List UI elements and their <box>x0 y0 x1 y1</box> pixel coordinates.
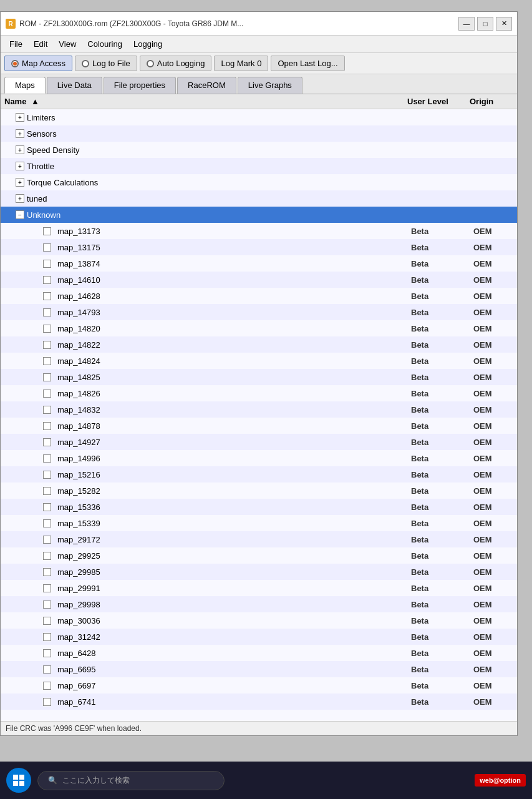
map-row[interactable]: map_14610 Beta OEM <box>1 272 517 288</box>
map-checkbox[interactable] <box>43 454 51 463</box>
map-checkbox[interactable] <box>43 584 51 592</box>
auto-logging-button[interactable]: Auto Logging <box>140 56 212 71</box>
map-checkbox[interactable] <box>43 438 51 446</box>
map-row[interactable]: map_6697 Beta OEM <box>1 677 517 694</box>
map-row[interactable]: map_6428 Beta OEM <box>1 645 517 661</box>
map-checkbox[interactable] <box>43 471 51 479</box>
tab-racerom[interactable]: RaceROM <box>177 77 236 94</box>
map-checkbox[interactable] <box>43 487 51 495</box>
map-checkbox[interactable] <box>43 357 51 365</box>
map-row[interactable]: map_31242 Beta OEM <box>1 629 517 645</box>
map-row[interactable]: map_14826 Beta OEM <box>1 385 517 401</box>
expand-torque-icon[interactable]: + <box>16 178 24 187</box>
map-checkbox[interactable] <box>43 276 51 284</box>
map-checkbox[interactable] <box>43 406 51 414</box>
tab-file-properties[interactable]: File properties <box>104 77 176 94</box>
map-row[interactable]: map_13173 Beta OEM <box>1 223 517 239</box>
start-button[interactable] <box>6 768 31 793</box>
maximize-button[interactable]: □ <box>477 17 493 31</box>
map-row[interactable]: map_29998 Beta OEM <box>1 596 517 612</box>
log-mark-button[interactable]: Log Mark 0 <box>214 56 268 71</box>
tree-node-speed-density[interactable]: + Speed Density <box>1 142 517 158</box>
map-row[interactable]: map_6695 Beta OEM <box>1 661 517 677</box>
map-checkbox[interactable] <box>43 682 51 690</box>
map-checkbox[interactable] <box>43 536 51 544</box>
menu-view[interactable]: View <box>54 37 81 51</box>
expand-throttle-icon[interactable]: + <box>16 162 24 170</box>
map-checkbox[interactable] <box>43 568 51 576</box>
expand-unknown-icon[interactable]: − <box>16 210 24 219</box>
map-row[interactable]: map_15336 Beta OEM <box>1 499 517 515</box>
minimize-button[interactable]: — <box>458 17 475 31</box>
map-checkbox[interactable] <box>43 390 51 398</box>
map-row[interactable]: map_29985 Beta OEM <box>1 564 517 580</box>
map-access-button[interactable]: Map Access <box>4 56 72 71</box>
map-checkbox[interactable] <box>43 665 51 674</box>
map-row[interactable]: map_29172 Beta OEM <box>1 531 517 547</box>
open-last-log-button[interactable]: Open Last Log... <box>271 56 344 71</box>
map-row[interactable]: map_29991 Beta OEM <box>1 580 517 596</box>
map-row[interactable]: map_14825 Beta OEM <box>1 369 517 385</box>
map-checkbox[interactable] <box>43 227 51 235</box>
app-icon: R <box>6 19 16 29</box>
map-row[interactable]: map_15339 Beta OEM <box>1 515 517 531</box>
map-row[interactable]: map_15216 Beta OEM <box>1 466 517 483</box>
tree-node-sensors[interactable]: + Sensors <box>1 125 517 142</box>
map-checkbox[interactable] <box>43 325 51 333</box>
map-checkbox[interactable] <box>43 649 51 657</box>
map-checkbox[interactable] <box>43 617 51 625</box>
map-row[interactable]: map_14927 Beta OEM <box>1 434 517 450</box>
map-row[interactable]: map_6741 Beta OEM <box>1 694 517 710</box>
map-checkbox[interactable] <box>43 341 51 349</box>
log-to-file-button[interactable]: Log to File <box>75 56 137 71</box>
map-access-label: Map Access <box>22 59 65 68</box>
expand-speed-density-icon[interactable]: + <box>16 145 24 154</box>
tree-node-limiters[interactable]: + Limiters <box>1 109 517 125</box>
map-checkbox[interactable] <box>43 260 51 268</box>
map-checkbox[interactable] <box>43 308 51 316</box>
map-row[interactable]: map_29925 Beta OEM <box>1 547 517 564</box>
menu-logging[interactable]: Logging <box>128 37 167 51</box>
map-checkbox[interactable] <box>43 519 51 527</box>
map-row[interactable]: map_15282 Beta OEM <box>1 483 517 499</box>
tab-maps[interactable]: Maps <box>4 77 46 94</box>
expand-sensors-icon[interactable]: + <box>16 129 24 138</box>
map-row[interactable]: map_13874 Beta OEM <box>1 255 517 272</box>
tree-body[interactable]: + Limiters + Sensors + Speed Density + <box>1 109 517 721</box>
log-to-file-label: Log to File <box>92 59 130 68</box>
tree-node-tuned[interactable]: + tuned <box>1 190 517 207</box>
map-row[interactable]: map_14824 Beta OEM <box>1 353 517 369</box>
map-checkbox[interactable] <box>43 243 51 252</box>
map-row[interactable]: map_14822 Beta OEM <box>1 336 517 353</box>
map-row[interactable]: map_13175 Beta OEM <box>1 239 517 255</box>
tab-live-graphs[interactable]: Live Graphs <box>238 77 302 94</box>
map-checkbox[interactable] <box>43 633 51 641</box>
tree-node-unknown[interactable]: − Unknown <box>1 207 517 223</box>
map-checkbox[interactable] <box>43 373 51 381</box>
toolbar: Map Access Log to File Auto Logging Log … <box>1 53 517 74</box>
expand-limiters-icon[interactable]: + <box>16 113 24 122</box>
tab-live-data[interactable]: Live Data <box>47 77 102 94</box>
close-button[interactable]: ✕ <box>496 17 512 31</box>
tree-node-torque[interactable]: + Torque Calculations <box>1 174 517 190</box>
taskbar-search[interactable]: 🔍 ここに入力して検索 <box>37 771 225 790</box>
map-checkbox[interactable] <box>43 422 51 430</box>
map-checkbox[interactable] <box>43 292 51 300</box>
map-row[interactable]: map_14878 Beta OEM <box>1 418 517 434</box>
map-row[interactable]: map_14628 Beta OEM <box>1 288 517 304</box>
map-row[interactable]: map_14996 Beta OEM <box>1 450 517 466</box>
map-row[interactable]: map_14820 Beta OEM <box>1 320 517 336</box>
map-checkbox[interactable] <box>43 503 51 511</box>
map-checkbox[interactable] <box>43 600 51 609</box>
menu-edit[interactable]: Edit <box>29 37 52 51</box>
map-checkbox[interactable] <box>43 698 51 706</box>
map-row[interactable]: map_30036 Beta OEM <box>1 612 517 629</box>
map-checkbox[interactable] <box>43 552 51 560</box>
svg-rect-2 <box>13 775 18 780</box>
map-row[interactable]: map_14793 Beta OEM <box>1 304 517 320</box>
menu-colouring[interactable]: Colouring <box>82 37 127 51</box>
tree-node-throttle[interactable]: + Throttle <box>1 158 517 174</box>
menu-file[interactable]: File <box>4 37 27 51</box>
map-row[interactable]: map_14832 Beta OEM <box>1 401 517 418</box>
expand-tuned-icon[interactable]: + <box>16 194 24 203</box>
